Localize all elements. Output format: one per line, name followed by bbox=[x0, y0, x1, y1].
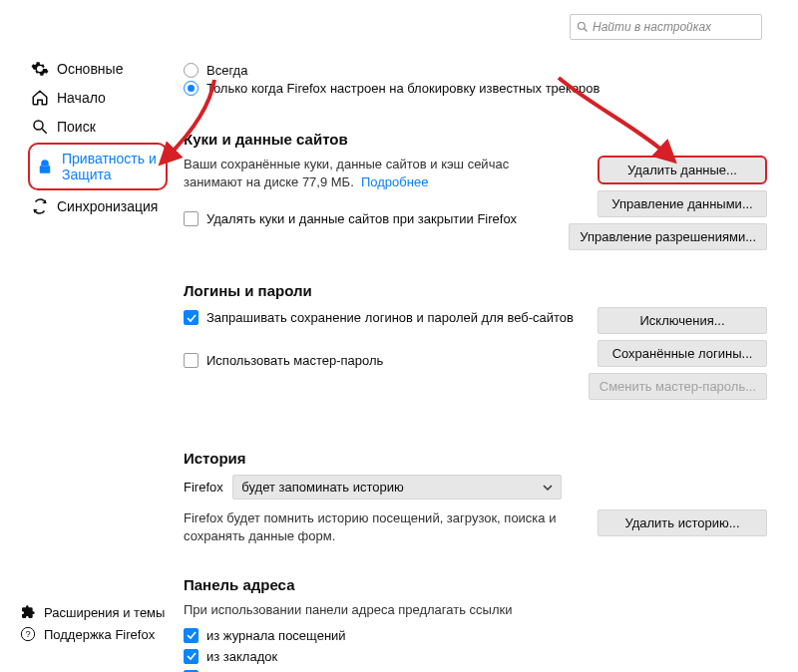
checkbox-label: из журнала посещений bbox=[206, 628, 346, 643]
sidebar-label: Основные bbox=[57, 61, 123, 77]
section-title-history: История bbox=[184, 450, 767, 467]
radio-icon bbox=[184, 63, 199, 78]
history-prefix: Firefox bbox=[184, 480, 223, 495]
chevron-down-icon bbox=[543, 483, 553, 493]
puzzle-icon bbox=[20, 604, 36, 620]
saved-logins-button[interactable]: Сохранённые логины... bbox=[598, 340, 767, 367]
svg-line-1 bbox=[585, 29, 588, 32]
checkbox-icon bbox=[184, 649, 199, 664]
sidebar-label: Синхронизация bbox=[57, 198, 158, 214]
checkbox-master-password[interactable]: Использовать мастер-пароль bbox=[184, 353, 577, 368]
sidebar-item-privacy[interactable]: Приватность и Защита bbox=[28, 143, 168, 190]
svg-line-3 bbox=[42, 129, 47, 134]
sidebar-label: Начало bbox=[57, 90, 106, 106]
label: Поддержка Firefox bbox=[44, 627, 155, 642]
checkbox-icon bbox=[184, 211, 199, 226]
search-input[interactable]: Найти в настройках bbox=[570, 14, 762, 40]
history-mode-select[interactable]: будет запоминать историю bbox=[232, 475, 562, 500]
sidebar-item-extensions[interactable]: Расширения и темы bbox=[20, 604, 165, 620]
checkbox-clear-on-close[interactable]: Удалять куки и данные сайтов при закрыти… bbox=[184, 211, 557, 226]
history-desc: Firefox будет помнить историю посещений,… bbox=[184, 509, 598, 544]
checkbox-label: Использовать мастер-пароль bbox=[206, 353, 383, 368]
clear-data-button[interactable]: Удалить данные... bbox=[598, 156, 767, 184]
checkbox-suggest-bookmarks[interactable]: из закладок bbox=[184, 649, 767, 664]
sidebar-item-search[interactable]: Поиск bbox=[28, 114, 168, 140]
label: Расширения и темы bbox=[44, 605, 165, 620]
checkbox-label: Запрашивать сохранение логинов и паролей… bbox=[206, 310, 574, 325]
checkbox-suggest-history[interactable]: из журнала посещений bbox=[184, 628, 767, 643]
radio-known-trackers[interactable]: Только когда Firefox настроен на блокиро… bbox=[184, 81, 767, 96]
radio-always[interactable]: Всегда bbox=[184, 63, 767, 78]
radio-label: Только когда Firefox настроен на блокиро… bbox=[206, 81, 600, 96]
question-icon: ? bbox=[20, 626, 36, 642]
section-title-logins: Логины и пароли bbox=[184, 282, 767, 299]
svg-point-0 bbox=[579, 23, 586, 30]
checkbox-label: из закладок bbox=[206, 649, 277, 664]
search-icon bbox=[31, 118, 49, 136]
home-icon bbox=[31, 89, 49, 107]
search-placeholder: Найти в настройках bbox=[593, 20, 711, 34]
section-title-addressbar: Панель адреса bbox=[184, 576, 767, 593]
sync-icon bbox=[31, 197, 49, 215]
sidebar-bottom: Расширения и темы ? Поддержка Firefox bbox=[20, 604, 165, 642]
cookies-desc: Ваши сохранённые куки, данные сайтов и к… bbox=[184, 156, 557, 190]
checkbox-icon bbox=[184, 628, 199, 643]
search-icon bbox=[577, 21, 589, 33]
sidebar-item-general[interactable]: Основные bbox=[28, 56, 168, 82]
sidebar-label: Поиск bbox=[57, 119, 96, 135]
svg-rect-4 bbox=[40, 166, 51, 173]
sidebar-item-home[interactable]: Начало bbox=[28, 85, 168, 111]
sidebar-label: Приватность и Защита bbox=[62, 151, 160, 182]
exceptions-button[interactable]: Исключения... bbox=[598, 307, 767, 334]
checkbox-icon bbox=[184, 310, 199, 325]
svg-text:?: ? bbox=[25, 629, 30, 639]
svg-point-2 bbox=[34, 121, 43, 130]
radio-label: Всегда bbox=[206, 63, 247, 78]
main-panel: Всегда Только когда Firefox настроен на … bbox=[184, 56, 767, 672]
checkbox-label: Удалять куки и данные сайтов при закрыти… bbox=[206, 211, 517, 226]
checkbox-icon bbox=[184, 353, 199, 368]
checkbox-ask-save-logins[interactable]: Запрашивать сохранение логинов и паролей… bbox=[184, 310, 577, 325]
manage-permissions-button[interactable]: Управление разрешениями... bbox=[569, 223, 767, 250]
gear-icon bbox=[31, 60, 49, 78]
section-title-cookies: Куки и данные сайтов bbox=[184, 131, 767, 148]
change-master-button[interactable]: Сменить мастер-пароль... bbox=[589, 373, 767, 400]
manage-data-button[interactable]: Управление данными... bbox=[598, 190, 767, 217]
sidebar-item-support[interactable]: ? Поддержка Firefox bbox=[20, 626, 165, 642]
radio-icon bbox=[184, 81, 199, 96]
sidebar-item-sync[interactable]: Синхронизация bbox=[28, 193, 168, 219]
clear-history-button[interactable]: Удалить историю... bbox=[598, 509, 767, 536]
lock-icon bbox=[36, 158, 54, 175]
learn-more-link[interactable]: Подробнее bbox=[361, 174, 428, 189]
select-value: будет запоминать историю bbox=[241, 480, 403, 495]
sidebar: Основные Начало Поиск Приватность и Защи… bbox=[28, 56, 168, 219]
addressbar-desc: При использовании панели адреса предлага… bbox=[184, 601, 767, 619]
